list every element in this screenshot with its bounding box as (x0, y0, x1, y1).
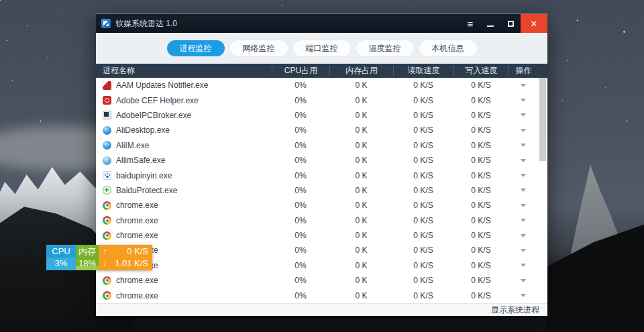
table-row: chrome.exe 0% 0 K 0 K/S 0 K/S (96, 228, 547, 243)
tab-port-monitor[interactable]: 端口监控 (293, 40, 351, 56)
expand-arrow-icon[interactable] (521, 234, 526, 237)
table-row: chrome.exe 0% 0 K 0 K/S 0 K/S (96, 243, 547, 258)
col-header-process-name: 进程名称 (96, 66, 272, 76)
title-bar[interactable]: 软媒系统雷达 1.0 ≡ ✕ (96, 13, 547, 33)
stars-decoration (0, 0, 1, 1)
table-row: BaiduProtect.exe 0% 0 K 0 K/S 0 K/S (96, 183, 547, 198)
write-speed-value: 0 K/S (453, 276, 508, 285)
expand-arrow-icon[interactable] (521, 113, 526, 117)
expand-arrow-icon[interactable] (521, 219, 526, 222)
process-name: chrome.exe (116, 291, 158, 300)
menu-button[interactable]: ≡ (460, 14, 480, 34)
memory-value: 0 K (329, 231, 393, 240)
widget-memory-value: 18% (78, 258, 96, 270)
widget-cpu-panel: CPU 3% (46, 245, 76, 270)
write-speed-value: 0 K/S (453, 111, 508, 120)
floating-monitor-widget[interactable]: CPU 3% 内存 18% ↑ 0 K/S ↓ 1.01 K/S (46, 245, 152, 270)
close-button[interactable]: ✕ (521, 14, 547, 34)
read-speed-value: 0 K/S (393, 186, 453, 195)
expand-arrow-icon[interactable] (521, 294, 526, 297)
write-speed-value: 0 K/S (453, 245, 508, 255)
process-icon (103, 111, 111, 119)
write-speed-value: 0 K/S (453, 80, 508, 90)
read-speed-value: 0 K/S (393, 231, 453, 240)
read-speed-value: 0 K/S (393, 216, 453, 225)
scrollbar[interactable] (539, 78, 546, 303)
memory-value: 0 K (329, 125, 393, 135)
process-icon (103, 141, 111, 150)
expand-arrow-icon[interactable] (521, 279, 526, 282)
actions-cell (508, 279, 538, 282)
process-name-cell: AAM Updates Notifier.exe (96, 80, 272, 90)
read-speed-value: 0 K/S (393, 291, 453, 300)
expand-arrow-icon[interactable] (521, 144, 526, 147)
process-name: AliDesktop.exe (116, 125, 170, 135)
memory-value: 0 K (329, 111, 393, 120)
table-row: chrome.exe 0% 0 K 0 K/S 0 K/S (96, 258, 547, 273)
expand-arrow-icon[interactable] (521, 159, 526, 162)
cpu-value: 0% (272, 291, 329, 300)
tab-temperature-monitor[interactable]: 温度监控 (356, 40, 414, 56)
process-icon (103, 231, 111, 240)
col-header-read-speed: 读取速度 (393, 66, 453, 76)
widget-cpu-label: CPU (52, 245, 70, 258)
expand-arrow-icon[interactable] (521, 129, 526, 132)
table-row: baidupinyin.exe 0% 0 K 0 K/S 0 K/S (96, 168, 547, 182)
read-speed-value: 0 K/S (393, 171, 453, 180)
process-name-cell: baidupinyin.exe (96, 171, 272, 180)
table-row: AliimSafe.exe 0% 0 K 0 K/S 0 K/S (96, 153, 547, 168)
actions-cell (508, 159, 538, 162)
memory-value: 0 K (329, 245, 393, 255)
read-speed-value: 0 K/S (393, 156, 453, 165)
process-name: AliimSafe.exe (116, 156, 165, 165)
expand-arrow-icon[interactable] (521, 84, 526, 87)
table-row: AdobeIPCBroker.exe 0% 0 K 0 K/S 0 K/S (96, 108, 547, 123)
write-speed-value: 0 K/S (453, 261, 508, 270)
table-row: chrome.exe 0% 0 K 0 K/S 0 K/S (96, 198, 547, 213)
process-name: AAM Updates Notifier.exe (116, 80, 208, 90)
tab-bar: 进程监控 网络监控 端口监控 温度监控 本机信息 (96, 33, 547, 64)
expand-arrow-icon[interactable] (521, 264, 526, 267)
process-name: baidupinyin.exe (116, 171, 172, 180)
minimize-button[interactable] (480, 14, 500, 34)
memory-value: 0 K (329, 216, 393, 225)
process-name-cell: chrome.exe (96, 201, 272, 210)
read-speed-value: 0 K/S (393, 125, 453, 135)
app-logo-icon (101, 19, 111, 28)
expand-arrow-icon[interactable] (521, 249, 526, 252)
process-name: chrome.exe (116, 276, 158, 285)
write-speed-value: 0 K/S (453, 125, 508, 135)
table-row: chrome.exe 0% 0 K 0 K/S 0 K/S (96, 288, 547, 302)
scrollbar-thumb[interactable] (539, 78, 546, 161)
actions-cell (508, 294, 538, 297)
tab-local-info[interactable]: 本机信息 (419, 40, 477, 56)
cpu-value: 0% (272, 276, 329, 285)
expand-arrow-icon[interactable] (521, 99, 526, 102)
write-speed-value: 0 K/S (453, 186, 508, 195)
read-speed-value: 0 K/S (393, 276, 453, 285)
actions-cell (508, 113, 538, 117)
tab-process-monitor[interactable]: 进程监控 (167, 40, 225, 56)
cpu-value: 0% (272, 201, 329, 210)
actions-cell (508, 219, 538, 222)
expand-arrow-icon[interactable] (521, 188, 526, 192)
close-icon: ✕ (531, 19, 538, 29)
col-header-write-speed: 写入速度 (453, 66, 508, 76)
actions-cell (508, 99, 538, 102)
app-window: 软媒系统雷达 1.0 ≡ ✕ 进程监控 网络监控 端口监控 温度监控 本机信息 … (96, 13, 547, 316)
process-name: Adobe CEF Helper.exe (116, 96, 199, 105)
process-name-cell: chrome.exe (96, 216, 272, 225)
expand-arrow-icon[interactable] (521, 174, 526, 177)
process-name-cell: BaiduProtect.exe (96, 186, 272, 195)
process-name-cell: AliDesktop.exe (96, 125, 272, 135)
cpu-value: 0% (272, 111, 329, 120)
widget-memory-label: 内存 (78, 245, 96, 258)
actions-cell (508, 264, 538, 267)
tab-network-monitor[interactable]: 网络监控 (230, 40, 288, 56)
expand-arrow-icon[interactable] (521, 204, 526, 207)
show-system-processes-link[interactable]: 显示系统进程 (491, 305, 539, 316)
write-speed-value: 0 K/S (453, 96, 508, 105)
maximize-button[interactable] (500, 14, 521, 34)
table-row: chrome.exe 0% 0 K 0 K/S 0 K/S (96, 273, 547, 288)
cpu-value: 0% (272, 156, 329, 165)
